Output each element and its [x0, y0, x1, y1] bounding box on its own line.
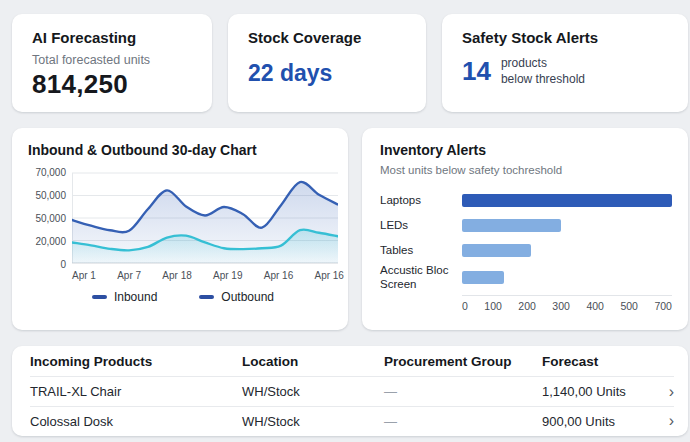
kpi-title: AI Forecasting: [32, 29, 192, 46]
outbound-legend-marker-icon: [199, 295, 214, 299]
bar-row: LEDs: [380, 213, 672, 238]
chevron-right-icon[interactable]: ›: [656, 384, 674, 400]
bar-label: Laptops: [380, 193, 462, 207]
y-axis-label: 70,000: [35, 167, 66, 178]
bar-leds: [462, 219, 561, 232]
x-axis-labels: Apr 1 Apr 7 Apr 18 Apr 19 Apr 16 Apr 16: [72, 270, 344, 281]
legend-item-inbound[interactable]: Inbound: [92, 290, 157, 304]
bar-row: Tables: [380, 238, 672, 263]
kpi-row: AI Forecasting Total forecasted units 81…: [12, 14, 688, 112]
line-chart-area: 70,000 50,000 50,000 20,000 0: [28, 168, 338, 268]
incoming-products-table: Incoming Products Location Procurement G…: [12, 346, 688, 436]
legend-item-outbound[interactable]: Outbound: [199, 290, 274, 304]
kpi-card-stock-coverage: Stock Coverage 22 days: [228, 14, 426, 112]
bar-axis-tick: 400: [586, 300, 604, 312]
y-axis-label: 20,000: [35, 236, 66, 247]
safety-alert-caption: products below threshold: [501, 56, 585, 87]
dashboard-page: AI Forecasting Total forecasted units 81…: [0, 0, 690, 436]
cell-procurement-group: —: [384, 414, 542, 429]
cell-location: WH/Stock: [242, 384, 384, 399]
line-chart-plot: [72, 168, 338, 268]
bar-track: [462, 219, 672, 232]
y-axis-label: 50,000: [35, 190, 66, 201]
inbound-outbound-chart-card: Inbound & Outbound 30-day Chart 70,000 5…: [12, 128, 348, 330]
bar-accustic-bloc-screen: [462, 271, 504, 284]
safety-caption-line2: below threshold: [501, 72, 585, 86]
bar-axis-tick: 0: [462, 300, 468, 312]
bar-label: Accustic Bloc Screen: [380, 263, 462, 292]
cell-product: TRAIL-XL Chair: [30, 384, 242, 399]
bar-tables: [462, 244, 531, 257]
y-axis-labels: 70,000 50,000 50,000 20,000 0: [28, 168, 72, 268]
inbound-legend-marker-icon: [92, 295, 107, 299]
legend-label: Inbound: [114, 290, 157, 304]
safety-alert-count: 14: [462, 56, 491, 87]
x-axis-label: Apr 16: [314, 270, 343, 281]
header-cell-forecast: Forecast: [542, 354, 656, 369]
bar-axis-tick: 500: [620, 300, 638, 312]
bar-label: Tables: [380, 243, 462, 257]
bar-axis-tick: 300: [552, 300, 570, 312]
table-header-row: Incoming Products Location Procurement G…: [30, 346, 674, 377]
bar-row: Accustic Bloc Screen: [380, 263, 672, 292]
cell-procurement-group: —: [384, 384, 542, 399]
x-axis-label: Apr 19: [213, 270, 242, 281]
cell-location: WH/Stock: [242, 414, 384, 429]
cell-forecast: 1,140,00 Units: [542, 384, 656, 399]
table-row-trail-xl-chair[interactable]: TRAIL-XL Chair WH/Stock — 1,140,00 Units…: [30, 377, 674, 406]
kpi-title: Safety Stock Alerts: [462, 29, 668, 46]
cell-product: Colossal Dosk: [30, 414, 242, 429]
x-axis-label: Apr 1: [72, 270, 96, 281]
y-axis-label: 0: [60, 259, 66, 270]
bar-axis-ticks: 0 100 200 300 400 500 700: [462, 295, 672, 312]
bar-track: [462, 244, 672, 257]
y-axis-label: 50,000: [35, 213, 66, 224]
inventory-alerts-title: Inventory Alerts: [380, 142, 672, 158]
inventory-alerts-subtitle: Most units below safety tochreshold: [380, 164, 672, 176]
kpi-card-ai-forecasting: AI Forecasting Total forecasted units 81…: [12, 14, 212, 112]
charts-row: Inbound & Outbound 30-day Chart 70,000 5…: [12, 128, 688, 330]
safety-caption-line1: products: [501, 56, 547, 70]
kpi-subtitle: Total forecasted units: [32, 53, 192, 67]
cell-forecast: 900,00 Units: [542, 414, 656, 429]
stock-coverage-value: 22 days: [248, 60, 406, 87]
header-cell-incoming-products: Incoming Products: [30, 354, 242, 369]
bar-row: Laptops: [380, 188, 672, 213]
chevron-right-icon[interactable]: ›: [656, 413, 674, 429]
bar-axis: 0 100 200 300 400 500 700: [380, 295, 672, 312]
bar-axis-tick: 100: [484, 300, 502, 312]
forecasted-units-value: 814,250: [32, 69, 192, 100]
kpi-card-safety-stock-alerts: Safety Stock Alerts 14 products below th…: [442, 14, 688, 112]
bar-track: [462, 194, 672, 207]
kpi-title: Stock Coverage: [248, 29, 406, 46]
header-cell-procurement-group: Procurement Group: [384, 354, 542, 369]
header-cell-location: Location: [242, 354, 384, 369]
bar-laptops: [462, 194, 672, 207]
bar-chart: Laptops LEDs Tables Accustic Bloc Screen: [380, 188, 672, 292]
safety-alerts-line: 14 products below threshold: [462, 56, 668, 87]
x-axis-label: Apr 16: [264, 270, 293, 281]
x-axis-label: Apr 18: [162, 270, 191, 281]
table-row-colossal-dosk[interactable]: Colossal Dosk WH/Stock — 900,00 Units ›: [30, 406, 674, 435]
line-chart-title: Inbound & Outbound 30-day Chart: [28, 142, 338, 158]
x-axis-label: Apr 7: [117, 270, 141, 281]
bar-label: LEDs: [380, 218, 462, 232]
bar-axis-tick: 700: [654, 300, 672, 312]
bar-axis-tick: 200: [518, 300, 536, 312]
inventory-alerts-card: Inventory Alerts Most units below safety…: [362, 128, 688, 330]
chart-legend: Inbound Outbound: [28, 290, 338, 304]
bar-track: [462, 271, 672, 284]
legend-label: Outbound: [221, 290, 274, 304]
